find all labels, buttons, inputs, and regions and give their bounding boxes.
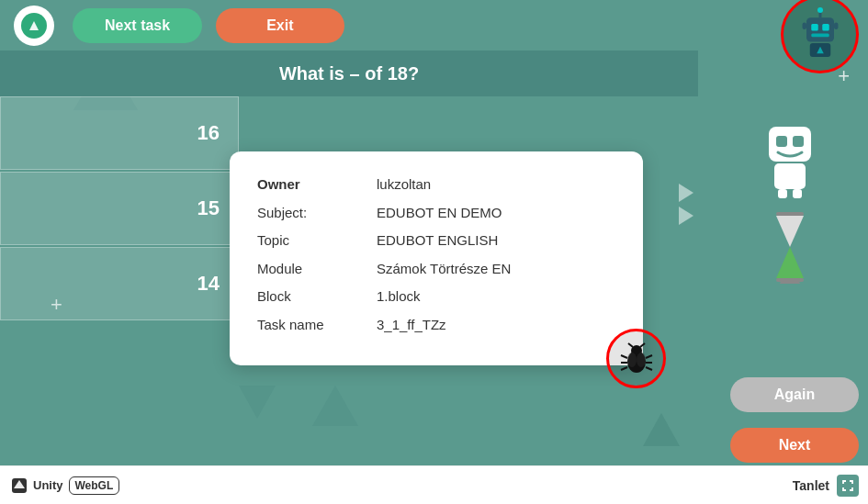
svg-rect-29 — [776, 212, 804, 216]
robot-icon — [793, 7, 848, 62]
module-label: Module — [257, 259, 377, 280]
mascot-robot-icon — [749, 119, 831, 202]
subject-label: Subject: — [257, 203, 377, 224]
unity-icon — [9, 476, 29, 496]
question-text: What is – of 18? — [279, 63, 419, 84]
svg-line-18 — [646, 355, 652, 358]
svg-rect-28 — [793, 189, 802, 198]
number-row[interactable]: 15 — [0, 172, 239, 245]
info-row-block: Block 1.block — [257, 286, 615, 308]
topic-label: Topic — [257, 230, 377, 252]
svg-line-15 — [621, 355, 627, 358]
owner-value: lukzoltan — [377, 174, 431, 196]
svg-point-8 — [817, 7, 823, 13]
svg-line-17 — [621, 367, 627, 370]
svg-rect-4 — [811, 33, 829, 37]
svg-rect-2 — [811, 24, 818, 31]
info-row-subject: Subject: EDUBOT EN DEMO — [257, 203, 615, 224]
svg-marker-30 — [776, 216, 804, 247]
logo-icon — [21, 13, 47, 39]
hourglass-icon — [767, 210, 813, 284]
svg-rect-3 — [822, 24, 829, 31]
svg-rect-6 — [834, 22, 839, 29]
module-value: Számok Törtrésze EN — [377, 259, 511, 280]
taskname-value: 3_1_ff_TZz — [377, 315, 446, 336]
svg-rect-34 — [780, 282, 800, 284]
info-row-owner: Owner lukzoltan — [257, 174, 615, 196]
number-rows-container: 16 15 14 — [0, 96, 239, 322]
info-row-taskname: Task name 3_1_ff_TZz — [257, 315, 615, 336]
svg-marker-31 — [776, 247, 804, 278]
svg-line-20 — [646, 367, 652, 370]
again-button[interactable]: Again — [730, 377, 859, 412]
bug-icon — [619, 342, 654, 376]
exit-button[interactable]: Exit — [216, 8, 344, 43]
block-label: Block — [257, 286, 377, 308]
next-button[interactable]: Next — [730, 428, 859, 463]
svg-rect-1 — [806, 17, 834, 41]
svg-rect-5 — [802, 22, 806, 29]
main-area: What is – of 18? 16 15 14 + Owner lukzol… — [0, 50, 698, 427]
bottom-bar: Unity WebGL Tanlet — [0, 465, 868, 504]
expand-icon[interactable] — [837, 475, 859, 497]
svg-point-21 — [627, 353, 637, 367]
add-icon: + — [51, 293, 62, 317]
tanlet-label: Tanlet — [793, 478, 829, 493]
unity-label: Unity — [33, 478, 63, 492]
logo-button[interactable] — [14, 6, 54, 46]
svg-rect-27 — [778, 189, 787, 198]
info-row-topic: Topic EDUBOT ENGLISH — [257, 230, 615, 252]
robot-avatar[interactable] — [781, 0, 859, 73]
svg-rect-24 — [776, 136, 787, 147]
next-task-button[interactable]: Next task — [73, 8, 202, 43]
info-popup: Owner lukzoltan Subject: EDUBOT EN DEMO … — [230, 151, 643, 365]
number-value: 16 — [197, 121, 220, 145]
webgl-badge: WebGL — [69, 476, 120, 495]
bug-report-button[interactable] — [606, 329, 666, 388]
block-value: 1.block — [377, 286, 421, 308]
svg-point-22 — [637, 353, 646, 367]
mascot-container — [749, 119, 831, 284]
svg-line-13 — [628, 343, 633, 347]
subject-value: EDUBOT EN DEMO — [377, 203, 502, 224]
toolbar: Next task Exit i — [0, 0, 868, 50]
arrow-icon-2 — [679, 207, 693, 225]
unity-logo: Unity — [9, 476, 63, 496]
svg-marker-0 — [29, 21, 39, 30]
number-value: 15 — [197, 196, 220, 220]
svg-line-14 — [640, 343, 645, 347]
robot-avatar-wrapper — [781, 0, 863, 78]
number-value: 14 — [197, 272, 220, 296]
number-row[interactable]: 16 — [0, 96, 239, 170]
info-row-module: Module Számok Törtrésze EN — [257, 259, 615, 280]
svg-rect-26 — [774, 163, 806, 189]
arrow-icon-1 — [679, 184, 693, 202]
topic-value: EDUBOT ENGLISH — [377, 230, 498, 252]
number-row[interactable]: 14 — [0, 247, 239, 320]
fullscreen-icon — [841, 479, 854, 492]
owner-label: Owner — [257, 174, 377, 196]
taskname-label: Task name — [257, 315, 377, 336]
question-header: What is – of 18? — [0, 50, 698, 96]
svg-rect-25 — [793, 136, 804, 147]
